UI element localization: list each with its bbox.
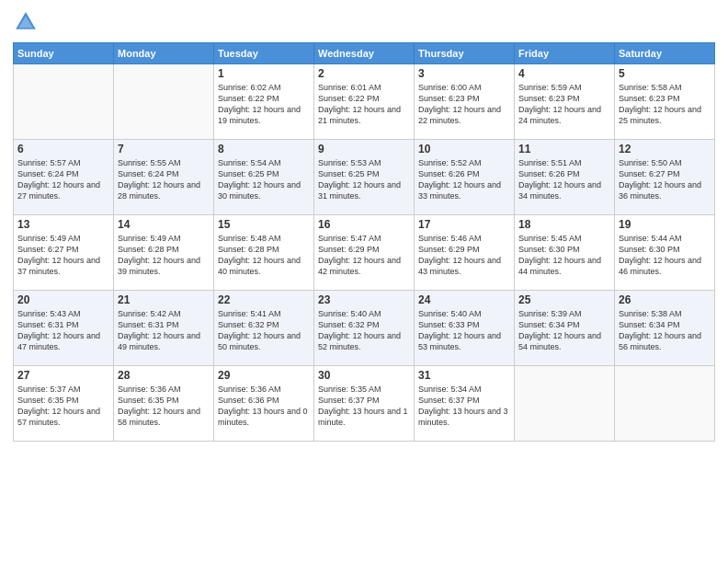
calendar-week-4: 20Sunrise: 5:43 AMSunset: 6:31 PMDayligh… <box>14 291 715 366</box>
day-number: 17 <box>418 218 510 231</box>
day-number: 15 <box>218 218 310 231</box>
day-number: 29 <box>218 369 310 382</box>
calendar-cell: 30Sunrise: 5:35 AMSunset: 6:37 PMDayligh… <box>314 366 415 442</box>
calendar-cell: 22Sunrise: 5:41 AMSunset: 6:32 PMDayligh… <box>214 291 314 366</box>
day-number: 8 <box>218 143 310 155</box>
day-info: Sunrise: 5:38 AMSunset: 6:34 PMDaylight:… <box>619 308 711 353</box>
day-number: 30 <box>318 369 410 382</box>
calendar-cell: 31Sunrise: 5:34 AMSunset: 6:37 PMDayligh… <box>415 366 515 442</box>
weekday-header-tuesday: Tuesday <box>214 43 314 64</box>
weekday-header-thursday: Thursday <box>415 43 515 64</box>
day-info: Sunrise: 5:49 AMSunset: 6:27 PMDaylight:… <box>17 233 109 278</box>
day-number: 4 <box>518 67 610 80</box>
day-number: 14 <box>118 218 210 231</box>
day-number: 2 <box>318 67 410 80</box>
day-info: Sunrise: 5:36 AMSunset: 6:35 PMDaylight:… <box>118 384 210 429</box>
calendar-cell: 4Sunrise: 5:59 AMSunset: 6:23 PMDaylight… <box>515 64 615 140</box>
calendar-cell: 24Sunrise: 5:40 AMSunset: 6:33 PMDayligh… <box>415 291 515 366</box>
calendar-cell: 19Sunrise: 5:44 AMSunset: 6:30 PMDayligh… <box>615 215 715 291</box>
day-info: Sunrise: 5:35 AMSunset: 6:37 PMDaylight:… <box>318 384 410 429</box>
weekday-header-monday: Monday <box>114 43 214 64</box>
day-info: Sunrise: 5:42 AMSunset: 6:31 PMDaylight:… <box>118 308 210 353</box>
day-number: 26 <box>619 293 711 306</box>
day-info: Sunrise: 5:41 AMSunset: 6:32 PMDaylight:… <box>218 308 310 353</box>
calendar-cell: 12Sunrise: 5:50 AMSunset: 6:27 PMDayligh… <box>615 140 715 215</box>
calendar-header: SundayMondayTuesdayWednesdayThursdayFrid… <box>14 43 715 64</box>
weekday-header-wednesday: Wednesday <box>314 43 415 64</box>
day-info: Sunrise: 5:49 AMSunset: 6:28 PMDaylight:… <box>118 233 210 278</box>
day-number: 23 <box>318 293 410 306</box>
day-info: Sunrise: 5:57 AMSunset: 6:24 PMDaylight:… <box>17 157 109 202</box>
day-number: 9 <box>318 143 410 155</box>
logo-icon <box>13 9 39 35</box>
day-info: Sunrise: 5:59 AMSunset: 6:23 PMDaylight:… <box>518 82 610 127</box>
day-info: Sunrise: 5:47 AMSunset: 6:29 PMDaylight:… <box>318 233 410 278</box>
day-info: Sunrise: 5:53 AMSunset: 6:25 PMDaylight:… <box>318 157 410 202</box>
day-number: 7 <box>118 143 210 155</box>
day-info: Sunrise: 6:01 AMSunset: 6:22 PMDaylight:… <box>318 82 410 127</box>
day-number: 5 <box>619 67 711 80</box>
day-info: Sunrise: 5:45 AMSunset: 6:30 PMDaylight:… <box>518 233 610 278</box>
day-number: 12 <box>619 143 711 155</box>
day-info: Sunrise: 5:54 AMSunset: 6:25 PMDaylight:… <box>218 157 310 202</box>
calendar-cell <box>114 64 214 140</box>
calendar-cell: 1Sunrise: 6:02 AMSunset: 6:22 PMDaylight… <box>214 64 314 140</box>
calendar-cell: 28Sunrise: 5:36 AMSunset: 6:35 PMDayligh… <box>114 366 214 442</box>
day-info: Sunrise: 6:00 AMSunset: 6:23 PMDaylight:… <box>418 82 510 127</box>
calendar-cell: 6Sunrise: 5:57 AMSunset: 6:24 PMDaylight… <box>14 140 114 215</box>
day-info: Sunrise: 5:51 AMSunset: 6:26 PMDaylight:… <box>518 157 610 202</box>
day-info: Sunrise: 5:52 AMSunset: 6:26 PMDaylight:… <box>418 157 510 202</box>
calendar-cell: 5Sunrise: 5:58 AMSunset: 6:23 PMDaylight… <box>615 64 715 140</box>
calendar-week-3: 13Sunrise: 5:49 AMSunset: 6:27 PMDayligh… <box>14 215 715 291</box>
day-number: 6 <box>17 143 109 155</box>
day-number: 11 <box>518 143 610 155</box>
day-number: 3 <box>418 67 510 80</box>
day-number: 21 <box>118 293 210 306</box>
calendar-cell: 27Sunrise: 5:37 AMSunset: 6:35 PMDayligh… <box>14 366 114 442</box>
calendar-cell: 7Sunrise: 5:55 AMSunset: 6:24 PMDaylight… <box>114 140 214 215</box>
day-info: Sunrise: 5:46 AMSunset: 6:29 PMDaylight:… <box>418 233 510 278</box>
calendar-cell: 17Sunrise: 5:46 AMSunset: 6:29 PMDayligh… <box>415 215 515 291</box>
calendar-cell <box>615 366 715 442</box>
day-number: 10 <box>418 143 510 155</box>
day-info: Sunrise: 5:40 AMSunset: 6:33 PMDaylight:… <box>418 308 510 353</box>
calendar-cell <box>515 366 615 442</box>
calendar-cell: 29Sunrise: 5:36 AMSunset: 6:36 PMDayligh… <box>214 366 314 442</box>
calendar-week-1: 1Sunrise: 6:02 AMSunset: 6:22 PMDaylight… <box>14 64 715 140</box>
weekday-header-saturday: Saturday <box>615 43 715 64</box>
weekday-header-sunday: Sunday <box>14 43 114 64</box>
page: SundayMondayTuesdayWednesdayThursdayFrid… <box>0 0 728 563</box>
day-info: Sunrise: 5:55 AMSunset: 6:24 PMDaylight:… <box>118 157 210 202</box>
day-info: Sunrise: 5:36 AMSunset: 6:36 PMDaylight:… <box>218 384 310 429</box>
calendar-cell: 20Sunrise: 5:43 AMSunset: 6:31 PMDayligh… <box>14 291 114 366</box>
weekday-header-row: SundayMondayTuesdayWednesdayThursdayFrid… <box>14 43 715 64</box>
calendar-body: 1Sunrise: 6:02 AMSunset: 6:22 PMDaylight… <box>14 64 715 442</box>
calendar-cell: 26Sunrise: 5:38 AMSunset: 6:34 PMDayligh… <box>615 291 715 366</box>
day-number: 25 <box>518 293 610 306</box>
calendar: SundayMondayTuesdayWednesdayThursdayFrid… <box>13 42 715 442</box>
day-info: Sunrise: 6:02 AMSunset: 6:22 PMDaylight:… <box>218 82 310 127</box>
calendar-cell: 10Sunrise: 5:52 AMSunset: 6:26 PMDayligh… <box>415 140 515 215</box>
calendar-week-5: 27Sunrise: 5:37 AMSunset: 6:35 PMDayligh… <box>14 366 715 442</box>
calendar-cell: 14Sunrise: 5:49 AMSunset: 6:28 PMDayligh… <box>114 215 214 291</box>
calendar-cell: 8Sunrise: 5:54 AMSunset: 6:25 PMDaylight… <box>214 140 314 215</box>
logo <box>13 9 42 35</box>
calendar-cell <box>14 64 114 140</box>
calendar-cell: 11Sunrise: 5:51 AMSunset: 6:26 PMDayligh… <box>515 140 615 215</box>
day-info: Sunrise: 5:39 AMSunset: 6:34 PMDaylight:… <box>518 308 610 353</box>
day-number: 13 <box>17 218 109 231</box>
day-number: 16 <box>318 218 410 231</box>
day-number: 1 <box>218 67 310 80</box>
day-info: Sunrise: 5:40 AMSunset: 6:32 PMDaylight:… <box>318 308 410 353</box>
header <box>13 9 715 35</box>
day-number: 19 <box>619 218 711 231</box>
calendar-cell: 16Sunrise: 5:47 AMSunset: 6:29 PMDayligh… <box>314 215 415 291</box>
calendar-cell: 23Sunrise: 5:40 AMSunset: 6:32 PMDayligh… <box>314 291 415 366</box>
day-info: Sunrise: 5:44 AMSunset: 6:30 PMDaylight:… <box>619 233 711 278</box>
day-number: 27 <box>17 369 109 382</box>
calendar-cell: 21Sunrise: 5:42 AMSunset: 6:31 PMDayligh… <box>114 291 214 366</box>
day-number: 20 <box>17 293 109 306</box>
day-info: Sunrise: 5:43 AMSunset: 6:31 PMDaylight:… <box>17 308 109 353</box>
day-number: 24 <box>418 293 510 306</box>
day-info: Sunrise: 5:48 AMSunset: 6:28 PMDaylight:… <box>218 233 310 278</box>
